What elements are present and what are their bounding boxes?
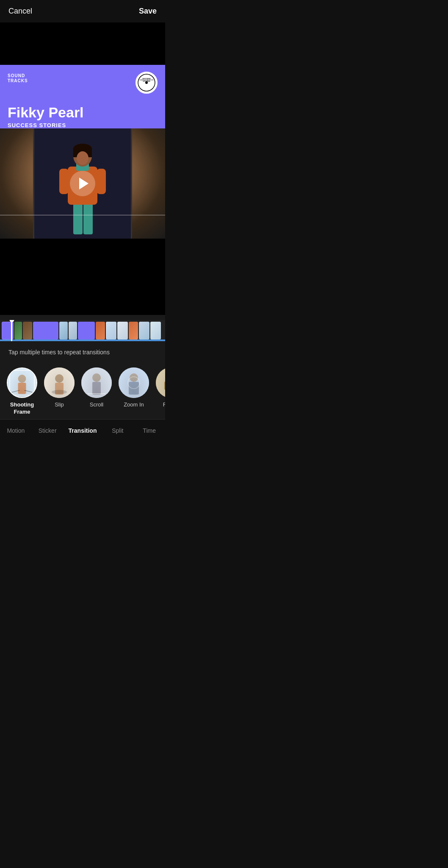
svg-point-24 [52, 390, 67, 394]
video-top-padding [0, 22, 165, 65]
svg-point-17 [18, 375, 26, 383]
header: Cancel Save [0, 0, 165, 22]
timeline-strip[interactable] [0, 320, 165, 341]
video-title: Fikky Pearl [8, 105, 158, 120]
nav-time-label: Time [143, 427, 156, 434]
nav-motion[interactable]: Motion [0, 426, 32, 436]
transition-zoom-in-thumb [119, 367, 149, 398]
timeline-thumb-11 [129, 322, 138, 339]
video-content: SOUND TRACKS SUCCESS STORIES SUCCESS STO… [0, 65, 165, 239]
transition-zoom-in-label: Zoom In [124, 401, 144, 409]
transition-scroll-thumb [81, 367, 112, 398]
svg-rect-18 [18, 383, 26, 394]
timeline-thumb-4 [33, 322, 58, 339]
transition-shooting-frame-thumb [7, 367, 37, 398]
svg-line-20 [25, 390, 33, 392]
transition-scroll[interactable]: Scroll [81, 367, 112, 416]
transition-rotate-thumb [156, 367, 165, 398]
timeline-progress-bar [0, 339, 165, 341]
save-button[interactable]: Save [139, 7, 157, 16]
timeline-thumb-8 [96, 322, 105, 339]
svg-rect-36 [164, 381, 165, 390]
nav-transition[interactable]: Transition [64, 426, 102, 436]
play-button[interactable] [70, 171, 95, 196]
video-subtitle: SUCCESS STORIES [8, 122, 158, 128]
svg-rect-15 [8, 368, 36, 397]
svg-point-14 [77, 151, 88, 165]
video-preview: SOUND TRACKS SUCCESS STORIES SUCCESS STO… [0, 22, 165, 315]
svg-rect-8 [59, 169, 69, 194]
svg-rect-27 [92, 382, 101, 395]
transition-rotate-label: Rotate [163, 401, 165, 409]
timeline-inner [0, 320, 163, 341]
transitions-scroll[interactable]: ShootingFrame Slip [0, 367, 165, 416]
video-bottom-padding [0, 239, 165, 315]
timeline-thumb-2 [14, 322, 22, 339]
nav-motion-label: Motion [7, 427, 25, 434]
scan-line [0, 215, 165, 215]
timeline-thumb-10 [117, 322, 128, 339]
transition-slip[interactable]: Slip [44, 367, 75, 416]
nav-split[interactable]: Split [102, 426, 133, 436]
transition-zoom-in[interactable]: Zoom In [119, 367, 149, 416]
transition-shooting-frame-label: ShootingFrame [10, 401, 34, 416]
timeline-thumb-13 [150, 322, 161, 339]
svg-point-30 [130, 373, 138, 382]
video-photo-area [0, 128, 165, 239]
nav-time[interactable]: Time [133, 426, 165, 436]
svg-rect-33 [156, 367, 165, 398]
svg-text:SUCCESS STORIES: SUCCESS STORIES [139, 79, 154, 81]
transition-slip-label: Slip [55, 401, 64, 409]
timeline-playhead[interactable] [11, 320, 12, 341]
transitions-section: ShootingFrame Slip [0, 361, 165, 419]
svg-point-26 [92, 373, 101, 382]
svg-rect-9 [97, 169, 106, 194]
svg-point-22 [55, 374, 64, 383]
transition-rotate[interactable]: Rotate [156, 367, 165, 416]
svg-point-32 [128, 377, 140, 389]
svg-rect-16 [10, 370, 35, 395]
nav-sticker-label: Sticker [39, 427, 57, 434]
svg-rect-31 [129, 382, 139, 395]
transition-slip-thumb [44, 367, 75, 398]
video-purple-banner: SOUND TRACKS SUCCESS STORIES SUCCESS STO… [0, 65, 165, 128]
timeline-thumb-7 [78, 322, 95, 339]
transition-scroll-label: Scroll [90, 401, 104, 409]
nav-split-label: Split [112, 427, 123, 434]
timeline-thumb-3 [23, 322, 32, 339]
svg-rect-23 [55, 383, 64, 395]
timeline-thumb-9 [106, 322, 116, 339]
nav-transition-label: Transition [69, 427, 97, 434]
svg-rect-25 [81, 367, 112, 398]
video-brand: SOUND TRACKS [8, 73, 158, 83]
transition-shooting-frame[interactable]: ShootingFrame [7, 367, 37, 416]
svg-line-19 [11, 390, 19, 392]
timeline-thumb-12 [139, 322, 149, 339]
cancel-button[interactable]: Cancel [8, 7, 32, 16]
timeline-thumb-6 [69, 322, 77, 339]
video-circle-badge: SUCCESS STORIES SUCCESS STORIES [136, 72, 158, 94]
bottom-navigation: Motion Sticker Transition Split Time [0, 419, 165, 446]
timeline-thumb-5 [59, 322, 68, 339]
svg-rect-21 [44, 367, 75, 398]
transition-hint: Tap multiple times to repeat transitions [0, 345, 165, 361]
svg-point-4 [145, 81, 148, 84]
hint-text-label: Tap multiple times to repeat transitions [8, 349, 110, 356]
nav-sticker[interactable]: Sticker [32, 426, 64, 436]
svg-rect-29 [119, 367, 149, 398]
timeline-section [0, 315, 165, 345]
